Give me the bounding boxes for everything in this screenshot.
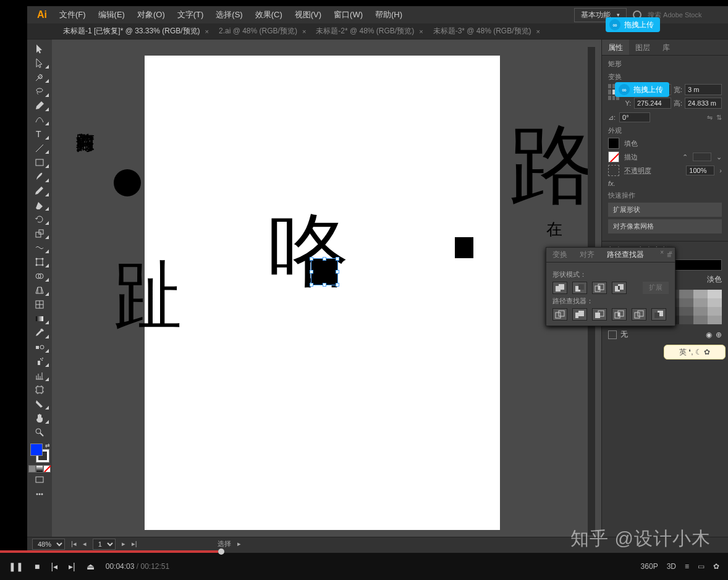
angle-input[interactable] bbox=[619, 112, 650, 122]
volume-icon[interactable]: ⏏ bbox=[87, 561, 95, 571]
lasso-tool-icon[interactable] bbox=[29, 85, 50, 98]
prev-icon[interactable]: ◂ bbox=[83, 540, 87, 548]
zoom-select[interactable]: 48% bbox=[32, 539, 65, 550]
crop-icon[interactable] bbox=[612, 308, 627, 321]
status-menu-icon[interactable]: ▸ bbox=[237, 540, 241, 548]
prev-track-icon[interactable]: |◂ bbox=[51, 561, 57, 571]
expand-shape-button[interactable]: 扩展形状 bbox=[608, 203, 722, 217]
pathfinder-panel[interactable]: « × 变换 对齐 路径查找器 ≡ 形状模式： 扩展 路径查找器： bbox=[546, 247, 675, 326]
screen-mode-icon[interactable] bbox=[29, 473, 50, 487]
video-progress-bar[interactable] bbox=[0, 550, 728, 553]
opacity-input[interactable] bbox=[686, 166, 714, 175]
tab-properties[interactable]: 属性 bbox=[602, 40, 629, 55]
fill-swatch[interactable] bbox=[608, 138, 619, 149]
scale-tool-icon[interactable] bbox=[29, 227, 50, 240]
color-mode-icons[interactable] bbox=[28, 465, 51, 473]
brush-tool-icon[interactable] bbox=[29, 170, 50, 183]
h-value-input[interactable] bbox=[685, 98, 722, 109]
y-value-input[interactable] bbox=[634, 98, 671, 109]
rectangle-tool-icon[interactable] bbox=[29, 156, 50, 169]
menu-select[interactable]: 选择(S) bbox=[210, 7, 248, 23]
trim-icon[interactable] bbox=[572, 308, 587, 321]
width-tool-icon[interactable] bbox=[29, 241, 50, 254]
three-d-label[interactable]: 3D bbox=[667, 562, 676, 571]
intersect-icon[interactable] bbox=[592, 282, 607, 294]
zoom-tool-icon[interactable] bbox=[29, 426, 50, 439]
swatch-lib-icon[interactable] bbox=[608, 330, 617, 339]
swap-colors-icon[interactable]: ⇄ bbox=[45, 442, 50, 448]
fx-label[interactable]: fx. bbox=[608, 180, 722, 187]
artboard-nav-select[interactable]: 1 bbox=[93, 539, 116, 550]
doc-tab-1[interactable]: 未标题-1 [已恢复]* @ 33.33% (RGB/预览)× bbox=[58, 23, 214, 39]
doc-tab-4[interactable]: 未标题-3* @ 48% (RGB/预览)× bbox=[428, 23, 545, 39]
blend-tool-icon[interactable] bbox=[29, 340, 50, 354]
merge-icon[interactable] bbox=[592, 308, 607, 321]
menu-effect[interactable]: 效果(C) bbox=[249, 7, 289, 23]
close-icon[interactable]: × bbox=[536, 28, 540, 35]
pf-tab-align[interactable]: 对齐 bbox=[574, 248, 601, 262]
symbol-spray-icon[interactable] bbox=[29, 355, 50, 368]
direct-select-tool-icon[interactable] bbox=[29, 56, 50, 70]
menu-window[interactable]: 窗口(W) bbox=[328, 7, 369, 23]
panel-collapse-icon[interactable]: « bbox=[669, 249, 672, 256]
pf-tab-transform[interactable]: 变换 bbox=[546, 248, 574, 262]
menu-file[interactable]: 文件(F) bbox=[53, 7, 92, 23]
fill-color-well[interactable] bbox=[30, 443, 43, 456]
flip-v-icon[interactable]: ⇅ bbox=[716, 114, 722, 122]
gradient-tool-icon[interactable] bbox=[29, 312, 50, 326]
divide-icon[interactable] bbox=[552, 308, 567, 321]
doc-tab-2[interactable]: 2.ai @ 48% (RGB/预览)× bbox=[214, 23, 311, 39]
curvature-tool-icon[interactable] bbox=[29, 113, 50, 127]
doc-tab-3[interactable]: 未标题-2* @ 48% (RGB/预览)× bbox=[311, 23, 428, 39]
close-icon[interactable]: × bbox=[302, 28, 306, 35]
tab-layers[interactable]: 图层 bbox=[629, 40, 656, 55]
subtitle-icon[interactable]: ▭ bbox=[698, 562, 705, 571]
menu-edit[interactable]: 编辑(E) bbox=[92, 7, 131, 23]
outline-icon[interactable] bbox=[632, 308, 646, 321]
eraser-tool-icon[interactable] bbox=[29, 198, 50, 212]
minus-back-icon[interactable] bbox=[651, 308, 666, 321]
rotate-tool-icon[interactable] bbox=[29, 212, 50, 226]
w-value-input[interactable] bbox=[685, 84, 722, 95]
prev-artboard-icon[interactable]: |◂ bbox=[71, 540, 77, 548]
align-pixel-button[interactable]: 对齐像素网格 bbox=[608, 219, 722, 233]
stroke-swatch[interactable] bbox=[608, 151, 619, 162]
upload-pill-2[interactable]: ∞拖拽上传 bbox=[615, 82, 669, 97]
mesh-tool-icon[interactable] bbox=[29, 298, 50, 311]
close-icon[interactable]: × bbox=[205, 28, 209, 35]
artboard-tool-icon[interactable] bbox=[29, 383, 50, 397]
menu-type[interactable]: 文字(T) bbox=[171, 7, 210, 23]
close-icon[interactable]: × bbox=[419, 28, 423, 35]
color-wheel-icon[interactable]: ◉ bbox=[706, 330, 712, 339]
menu-view[interactable]: 视图(V) bbox=[289, 7, 328, 23]
menu-object[interactable]: 对象(O) bbox=[131, 7, 171, 23]
minus-front-icon[interactable] bbox=[572, 282, 587, 294]
color-wells[interactable]: ⇄ bbox=[30, 443, 49, 462]
playlist-icon[interactable]: ≡ bbox=[685, 562, 689, 571]
ime-badge[interactable]: 英 ❛, ☾ ✿ bbox=[664, 345, 726, 359]
upload-pill-1[interactable]: ∞拖拽上传 bbox=[606, 17, 660, 32]
hand-tool-icon[interactable] bbox=[29, 411, 50, 425]
menu-help[interactable]: 帮助(H) bbox=[369, 7, 408, 23]
eyedropper-tool-icon[interactable] bbox=[29, 326, 50, 340]
pencil-tool-icon[interactable] bbox=[29, 184, 50, 198]
next-artboard-icon[interactable]: ▸| bbox=[132, 540, 137, 548]
magic-wand-tool-icon[interactable] bbox=[29, 70, 50, 84]
settings-icon[interactable]: ✿ bbox=[713, 562, 719, 571]
stop-icon[interactable]: ■ bbox=[35, 561, 40, 571]
flip-h-icon[interactable]: ⇋ bbox=[707, 114, 713, 122]
line-tool-icon[interactable] bbox=[29, 141, 50, 155]
add-swatch-icon[interactable]: ⊕ bbox=[716, 330, 722, 339]
stroke-weight-input[interactable] bbox=[693, 153, 711, 161]
perspective-tool-icon[interactable] bbox=[29, 284, 50, 297]
tab-libraries[interactable]: 库 bbox=[656, 40, 676, 55]
exclude-icon[interactable] bbox=[612, 282, 627, 294]
pen-tool-icon[interactable] bbox=[29, 99, 50, 112]
type-tool-icon[interactable]: T bbox=[29, 127, 50, 141]
pf-tab-pathfinder[interactable]: 路径查找器 bbox=[601, 248, 650, 262]
pause-icon[interactable]: ❚❚ bbox=[9, 561, 23, 571]
unite-icon[interactable] bbox=[552, 282, 567, 294]
panel-close-icon[interactable]: × bbox=[660, 249, 664, 256]
shape-builder-icon[interactable] bbox=[29, 269, 50, 283]
selection-tool-icon[interactable] bbox=[29, 42, 50, 56]
